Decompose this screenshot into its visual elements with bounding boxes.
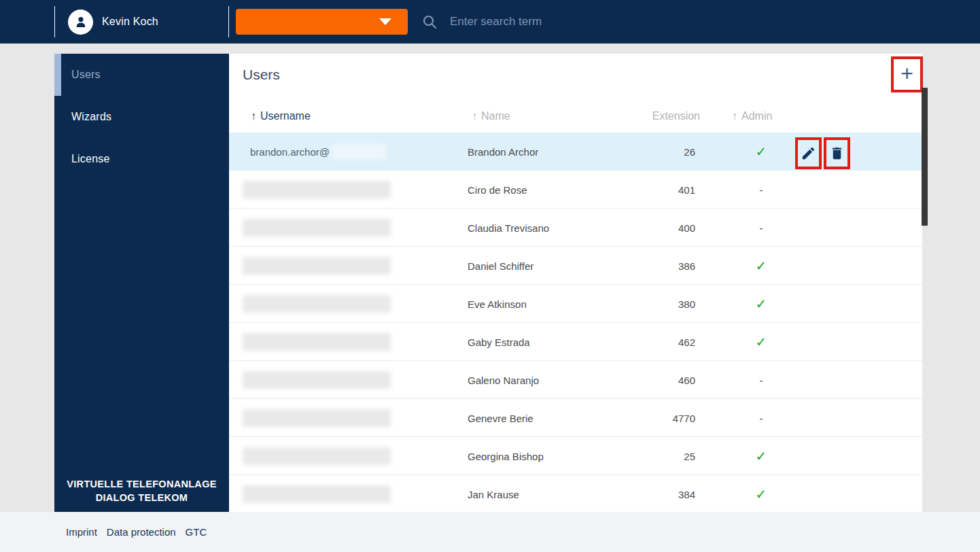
table-row[interactable]: Jan Krause384✓ [229, 475, 922, 513]
footer-link-gtc[interactable]: GTC [186, 526, 207, 538]
cell-admin: - [734, 361, 788, 399]
cell-name: Genevre Berie [468, 399, 603, 437]
admin-dash: - [760, 222, 763, 234]
table-row[interactable]: Claudia Trevisano400- [229, 209, 922, 247]
cell-username [243, 399, 460, 437]
active-item-indicator [54, 54, 61, 96]
cell-name: Eve Atkinson [468, 285, 603, 323]
cell-username [243, 171, 460, 209]
cell-admin: - [734, 209, 788, 247]
edit-user-button[interactable] [800, 145, 818, 162]
sort-arrow-icon: ↑ [251, 110, 256, 122]
cell-name: Ciro de Rose [468, 171, 603, 209]
column-label: Name [481, 110, 510, 122]
cell-name: Galeno Naranjo [468, 361, 603, 399]
sidebar-item-label: Wizards [71, 111, 111, 123]
admin-check-icon: ✓ [756, 486, 767, 502]
top-bar: Kevin Koch [0, 0, 980, 44]
sidebar-brand: VIRTUELLE TELEFONANLAGE DIALOG TELEKOM [54, 477, 229, 504]
redacted-username [243, 371, 391, 389]
table-row[interactable]: Eve Atkinson380✓ [229, 285, 922, 323]
cell-admin: ✓ [734, 475, 788, 513]
cell-username [243, 247, 460, 285]
trash-icon [829, 145, 845, 161]
sort-arrow-icon: ↑ [472, 110, 477, 122]
column-header-name[interactable]: ↑Name [472, 110, 510, 122]
admin-check-icon: ✓ [756, 334, 767, 350]
cell-username [243, 475, 460, 513]
cell-username: brandon.archor@ [243, 133, 460, 171]
table-body: brandon.archor@Brandon Archor26✓Ciro de … [229, 133, 922, 513]
cell-extension: 384 [610, 475, 695, 513]
cell-name: Brandon Archor [468, 133, 603, 171]
column-header-admin[interactable]: ↑Admin [732, 110, 772, 122]
admin-check-icon: ✓ [756, 448, 767, 464]
admin-check-icon: ✓ [756, 296, 767, 312]
brand-line-2: DIALOG TELEKOM [54, 491, 229, 504]
account-dropdown-button[interactable] [236, 9, 408, 35]
table-row[interactable]: Georgina Bishop25✓ [229, 437, 922, 475]
redacted-username [332, 144, 386, 159]
table-row[interactable]: Gaby Estrada462✓ [229, 323, 922, 361]
cell-admin: ✓ [734, 247, 788, 285]
add-user-button[interactable]: + [900, 63, 913, 87]
column-label: Username [260, 110, 311, 122]
cell-extension: 400 [610, 209, 695, 247]
cell-admin: ✓ [734, 323, 788, 361]
sidebar: Users Wizards License VIRTUELLE TELEFONA… [54, 54, 229, 512]
cell-username [243, 209, 460, 247]
redacted-username [243, 485, 391, 503]
redacted-username [243, 181, 391, 199]
redacted-username [243, 257, 391, 275]
sidebar-item-label: Users [71, 69, 101, 81]
table-row[interactable]: brandon.archor@Brandon Archor26✓ [229, 133, 922, 171]
username-text: brandon.archor@ [250, 146, 330, 158]
footer-link-data-protection[interactable]: Data protection [107, 526, 176, 538]
table-row[interactable]: Galeno Naranjo460- [229, 361, 922, 399]
sidebar-item-license[interactable]: License [54, 138, 229, 180]
sidebar-item-wizards[interactable]: Wizards [54, 96, 229, 138]
pencil-icon [801, 145, 816, 161]
cell-name: Georgina Bishop [468, 437, 603, 475]
cell-name: Daniel Schiffer [468, 247, 603, 285]
edit-user-button-annotation-box [795, 137, 822, 169]
cell-extension: 386 [610, 247, 695, 285]
table-header: ↑Username ↑Name Extension ↑Admin [229, 102, 922, 133]
table-row[interactable]: Ciro de Rose401- [229, 171, 922, 209]
cell-extension: 460 [610, 361, 695, 399]
column-header-username[interactable]: ↑Username [251, 110, 311, 122]
redacted-username [243, 219, 391, 237]
cell-username [243, 361, 460, 399]
cell-username [243, 285, 460, 323]
redacted-username [243, 333, 391, 351]
cell-username [243, 437, 460, 475]
user-menu[interactable]: Kevin Koch [68, 0, 158, 44]
topbar-user-name: Kevin Koch [102, 16, 158, 28]
column-label: Admin [741, 110, 772, 122]
cell-admin: ✓ [734, 133, 788, 171]
table-row[interactable]: Genevre Berie4770- [229, 399, 922, 437]
cell-extension: 462 [610, 323, 695, 361]
page-title: Users [243, 67, 280, 83]
admin-dash: - [760, 184, 763, 196]
cell-name: Jan Krause [468, 475, 603, 513]
vertical-scrollbar-thumb[interactable] [922, 88, 928, 226]
topbar-divider [228, 6, 229, 37]
redacted-username [243, 447, 391, 465]
cell-username [243, 323, 460, 361]
table-row[interactable]: Daniel Schiffer386✓ [229, 247, 922, 285]
cell-extension: 25 [610, 437, 695, 475]
search-input[interactable] [450, 11, 735, 33]
search-icon[interactable] [421, 14, 438, 30]
sidebar-item-users[interactable]: Users [54, 54, 229, 96]
user-avatar-icon [68, 10, 93, 35]
admin-check-icon: ✓ [756, 258, 767, 274]
delete-user-button[interactable] [828, 145, 846, 162]
page-footer: Imprint Data protection GTC [0, 512, 980, 552]
cell-extension: 401 [610, 171, 695, 209]
cell-admin: - [734, 399, 788, 437]
footer-link-imprint[interactable]: Imprint [66, 526, 97, 538]
topbar-divider [54, 6, 55, 37]
admin-dash: - [760, 375, 763, 386]
admin-check-icon: ✓ [756, 143, 767, 160]
